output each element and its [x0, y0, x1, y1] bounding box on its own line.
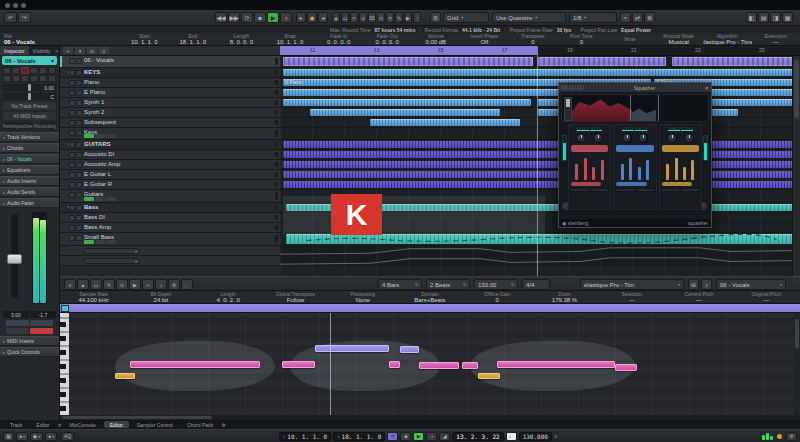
audio-event[interactable]: [538, 57, 666, 66]
grid-type-select[interactable]: ◆▾: [30, 432, 43, 441]
channel-monitor-button[interactable]: [6, 328, 29, 334]
track-mute-button[interactable]: [69, 100, 75, 106]
rewind-button[interactable]: ◀◀: [215, 12, 227, 23]
eq-bypass-button[interactable]: [48, 75, 56, 82]
track-row-guitars[interactable]: Guitars: [60, 190, 280, 203]
automation-parameter-select[interactable]: ▾: [84, 258, 140, 264]
info-column-fade-out[interactable]: Fade Out0. 0. 0. 0: [363, 33, 412, 45]
track-zoom-button[interactable]: ≋: [87, 47, 97, 54]
track-preset-field[interactable]: No Track Preset: [3, 102, 56, 110]
band-mix-bar[interactable]: [662, 182, 692, 186]
close-window-button[interactable]: [5, 3, 10, 8]
track-row-synth-2[interactable]: Synth 2: [60, 108, 280, 118]
info-column-extension[interactable]: Extension—: [752, 33, 800, 45]
track-filter-button[interactable]: ▾: [75, 47, 85, 54]
band-ratio-bar[interactable]: [571, 145, 608, 152]
track-solo-button[interactable]: [76, 80, 82, 86]
track-mute-button[interactable]: [69, 130, 75, 136]
fader-value[interactable]: 0.00: [3, 311, 29, 318]
punch-in-button[interactable]: ▸: [296, 12, 306, 23]
editor-draw-tool[interactable]: ✎: [103, 279, 115, 290]
crossover-handle-high[interactable]: [658, 95, 659, 121]
track-mute-button[interactable]: [69, 70, 75, 76]
quantize-mode-dropdown[interactable]: Use Quantize▼: [492, 12, 566, 23]
editor-info-length[interactable]: Length4. 0. 2. 0: [195, 291, 262, 303]
pitch-segment[interactable]: [462, 362, 478, 369]
tab-inspector[interactable]: Inspector: [0, 46, 29, 55]
quantize-preset-select[interactable]: ●▾: [45, 432, 57, 441]
automation-lane-row[interactable]: ▾: [60, 256, 280, 266]
editor-scrub-tool[interactable]: ∿: [142, 279, 154, 290]
stop-button[interactable]: ■: [254, 12, 266, 23]
play-button[interactable]: ▶: [267, 12, 279, 23]
plugin-spectrum-display[interactable]: [561, 94, 709, 122]
draw-tool[interactable]: ✎: [395, 12, 403, 23]
marker-icon[interactable]: ◢: [439, 432, 450, 441]
band-mix-bar[interactable]: [571, 182, 601, 186]
inspector-section-audio-inserts[interactable]: ▸Audio Inserts: [0, 176, 59, 186]
info-column-fade-in[interactable]: Fade In0. 0. 0. 0: [314, 33, 363, 45]
plugin-preset-menu[interactable]: [577, 85, 584, 90]
track-row-small-bass[interactable]: Small Bass: [60, 233, 280, 246]
track-mute-button[interactable]: [69, 162, 75, 168]
stop-button[interactable]: ■: [400, 432, 411, 441]
split-tool[interactable]: ✂: [350, 12, 358, 23]
undo-icon[interactable]: ↶: [4, 12, 17, 23]
track-row-subsequent[interactable]: Subsequent: [60, 118, 280, 128]
track-solo-button[interactable]: [76, 152, 82, 158]
color-tool[interactable]: ◔: [413, 12, 421, 23]
editor-range-tool[interactable]: ▭: [90, 279, 102, 290]
editor-musical-mode-button[interactable]: ♩: [181, 279, 193, 290]
band-header-tab[interactable]: [590, 127, 602, 131]
inspector-section-quick-controls[interactable]: ▸Quick Controls: [0, 347, 59, 357]
cycle-button[interactable]: ⟳: [387, 432, 398, 441]
track-solo-button[interactable]: [76, 162, 82, 168]
audio-event[interactable]: [283, 99, 531, 106]
track-solo-button[interactable]: [76, 182, 82, 188]
track-solo-button[interactable]: [76, 172, 82, 178]
track-mute-button[interactable]: [69, 152, 75, 158]
channel-solo-button[interactable]: [30, 320, 53, 326]
editor-event-strip[interactable]: [60, 304, 800, 313]
info-column-transpose[interactable]: Transpose0: [509, 33, 558, 45]
track-lane-automation[interactable]: [280, 246, 800, 256]
close-zone-icon[interactable]: ✕: [57, 422, 61, 428]
band-knob[interactable]: [638, 133, 648, 143]
audio-event[interactable]: [283, 57, 533, 66]
editor-info-bit-depth[interactable]: Bit Depth24 bit: [127, 291, 194, 303]
editor-tab-editor[interactable]: Editor: [104, 421, 129, 428]
algorithm-dropdown[interactable]: élastique Pro - Tim▾: [580, 279, 684, 290]
timeline-ruler[interactable]: 1113151719212325: [280, 46, 800, 56]
snap-button[interactable]: ◆: [307, 12, 317, 23]
monitor-button[interactable]: [30, 67, 38, 74]
track-sub-button[interactable]: [95, 62, 105, 66]
editor-select-tool[interactable]: ▲: [77, 279, 89, 290]
band-output-button[interactable]: [615, 188, 634, 192]
band-knob[interactable]: [684, 133, 694, 143]
band-knob[interactable]: [576, 133, 586, 143]
read-automation-button[interactable]: [39, 67, 47, 74]
zoom-tool[interactable]: ⊙: [377, 12, 385, 23]
audio-event[interactable]: [283, 161, 797, 168]
info-column-invert-phase[interactable]: Invert PhaseOff: [460, 33, 509, 45]
track-read-button[interactable]: [106, 197, 116, 201]
zoom-window-button[interactable]: [21, 3, 26, 8]
editor-vertical-scrollbar[interactable]: [794, 313, 800, 415]
zone-tab-track[interactable]: Track: [4, 421, 28, 428]
vertical-scrollbar-handle[interactable]: [794, 60, 799, 118]
signature-field[interactable]: 4/4: [522, 279, 550, 290]
pitch-segment[interactable]: [615, 364, 637, 371]
track-solo-button[interactable]: [76, 215, 82, 221]
record-button[interactable]: ●: [426, 432, 437, 441]
track-lane-acoustic-di[interactable]: [280, 150, 800, 160]
track-mute-button[interactable]: [69, 205, 75, 211]
inspector-section-chords[interactable]: ▸Chords: [0, 143, 59, 153]
volume-slider[interactable]: 0.00: [3, 84, 56, 91]
tab-settings-gear-icon[interactable]: ⚙: [221, 422, 225, 428]
pitch-segment[interactable]: [478, 373, 500, 379]
editor-info-sample-rate[interactable]: Sample Rate44.100 kHz: [60, 291, 127, 303]
inspector-track-name[interactable]: 06 - Vocals▾: [2, 56, 57, 65]
editor-info-original-pitch[interactable]: Original Pitch—: [733, 291, 800, 303]
band-output-button[interactable]: [661, 188, 680, 192]
play-tool[interactable]: ▶: [404, 12, 412, 23]
